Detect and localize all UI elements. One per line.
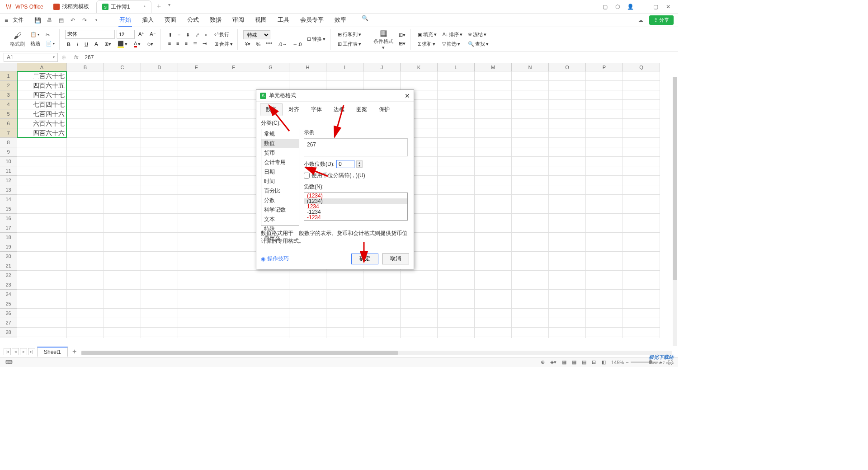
cell-A16[interactable] (17, 214, 67, 223)
cell-Q1[interactable] (623, 71, 660, 81)
cell-I26[interactable] (326, 309, 363, 318)
cell-F28[interactable] (215, 328, 252, 337)
cell-L26[interactable] (438, 309, 475, 318)
row-header-9[interactable]: 9 (0, 147, 17, 157)
col-header-N[interactable]: N (512, 63, 549, 71)
cell-B12[interactable] (67, 176, 104, 185)
cell-O23[interactable] (549, 280, 586, 290)
cell-N19[interactable] (512, 242, 549, 252)
row-header-19[interactable]: 19 (0, 242, 17, 252)
row-header-1[interactable]: 1 (0, 71, 17, 81)
cell-K22[interactable] (401, 271, 438, 280)
user-avatar[interactable]: 👤 (627, 3, 634, 10)
find-button[interactable]: 🔍 查找▾ (466, 40, 491, 48)
cell-I22[interactable] (326, 271, 363, 280)
row-header-21[interactable]: 21 (0, 261, 17, 271)
cell-L23[interactable] (438, 280, 475, 290)
cell-B28[interactable] (67, 328, 104, 337)
cell-C8[interactable] (104, 138, 141, 147)
cell-C5[interactable] (104, 109, 141, 119)
decimal-spin-up[interactable]: ▲ (357, 161, 362, 164)
cell-F12[interactable] (215, 176, 252, 185)
sheet-nav-first[interactable]: |◂ (4, 348, 11, 355)
col-header-M[interactable]: M (475, 63, 512, 71)
zoom-out-button[interactable]: − (626, 360, 628, 365)
cell-D15[interactable] (141, 204, 178, 214)
cell-N12[interactable] (512, 176, 549, 185)
cell-F19[interactable] (215, 242, 252, 252)
cell-B15[interactable] (67, 204, 104, 214)
col-header-L[interactable]: L (438, 63, 475, 71)
cell-D20[interactable] (141, 252, 178, 261)
cat-percent[interactable]: 百分比 (261, 186, 299, 196)
cell-L8[interactable] (438, 138, 475, 147)
cell-P14[interactable] (586, 195, 623, 204)
cell-A9[interactable] (17, 147, 67, 157)
sort-button[interactable]: A↓ 排序▾ (440, 30, 464, 39)
cell-N20[interactable] (512, 252, 549, 261)
cell-C23[interactable] (104, 280, 141, 290)
cell-F20[interactable] (215, 252, 252, 261)
row-header-5[interactable]: 5 (0, 109, 17, 119)
cell-O16[interactable] (549, 214, 586, 223)
cell-B27[interactable] (67, 318, 104, 328)
cell-P27[interactable] (586, 318, 623, 328)
font-name-select[interactable] (65, 30, 115, 39)
cell-N7[interactable] (512, 128, 549, 138)
cell-P16[interactable] (586, 214, 623, 223)
cell-C22[interactable] (104, 271, 141, 280)
cell-E14[interactable] (178, 195, 215, 204)
cell-E3[interactable] (178, 90, 215, 100)
add-tab-button[interactable]: + (153, 0, 165, 13)
cell-M13[interactable] (475, 185, 512, 195)
status-mode-icon[interactable]: ⌨ (5, 359, 13, 365)
cell-C16[interactable] (104, 214, 141, 223)
cell-F9[interactable] (215, 147, 252, 157)
cell-C1[interactable] (104, 71, 141, 81)
print-preview-icon[interactable]: ▤ (57, 16, 65, 24)
cell-I25[interactable] (326, 299, 363, 309)
view-break-icon[interactable]: ⊟ (592, 359, 596, 365)
cell-C11[interactable] (104, 166, 141, 176)
increase-font-icon[interactable]: A⁺ (137, 30, 146, 38)
cell-K23[interactable] (401, 280, 438, 290)
cell-D1[interactable] (141, 71, 178, 81)
cell-N16[interactable] (512, 214, 549, 223)
cell-B10[interactable] (67, 157, 104, 166)
cell-N27[interactable] (512, 318, 549, 328)
cell-A17[interactable] (17, 223, 67, 233)
cell-H22[interactable] (289, 271, 326, 280)
indent-dec-icon[interactable]: ⇤ (203, 31, 211, 39)
sheet-nav-prev[interactable]: ◂ (12, 348, 19, 355)
cell-A22[interactable] (17, 271, 67, 280)
cell-K27[interactable] (401, 318, 438, 328)
ok-button[interactable]: 确定 (351, 254, 378, 264)
cell-F22[interactable] (215, 271, 252, 280)
align-left-icon[interactable]: ≡ (166, 40, 173, 47)
cell-P1[interactable] (586, 71, 623, 81)
cell-P20[interactable] (586, 252, 623, 261)
clear-format-button[interactable]: ◇▾ (145, 40, 155, 48)
cell-P12[interactable] (586, 176, 623, 185)
decimal-spin-down[interactable]: ▼ (357, 164, 362, 167)
dialog-tab-pattern[interactable]: 图案 (350, 103, 373, 116)
cell-D17[interactable] (141, 223, 178, 233)
align-right-icon[interactable]: ≡ (183, 40, 189, 47)
cell-N26[interactable] (512, 309, 549, 318)
cell-F24[interactable] (215, 290, 252, 299)
row-header-23[interactable]: 23 (0, 280, 17, 290)
cell-A4[interactable]: 七百四十七 (17, 100, 67, 109)
cell-M2[interactable] (475, 81, 512, 90)
cell-J28[interactable] (363, 328, 401, 337)
cell-O5[interactable] (549, 109, 586, 119)
status-icon-1[interactable]: ⊕ (541, 359, 545, 365)
cell-A18[interactable] (17, 233, 67, 242)
cell-O19[interactable] (549, 242, 586, 252)
cell-Q7[interactable] (623, 128, 660, 138)
cell-L12[interactable] (438, 176, 475, 185)
cell-B4[interactable] (67, 100, 104, 109)
font-size-select[interactable] (117, 30, 135, 39)
cell-C13[interactable] (104, 185, 141, 195)
cell-L3[interactable] (438, 90, 475, 100)
cell-O9[interactable] (549, 147, 586, 157)
